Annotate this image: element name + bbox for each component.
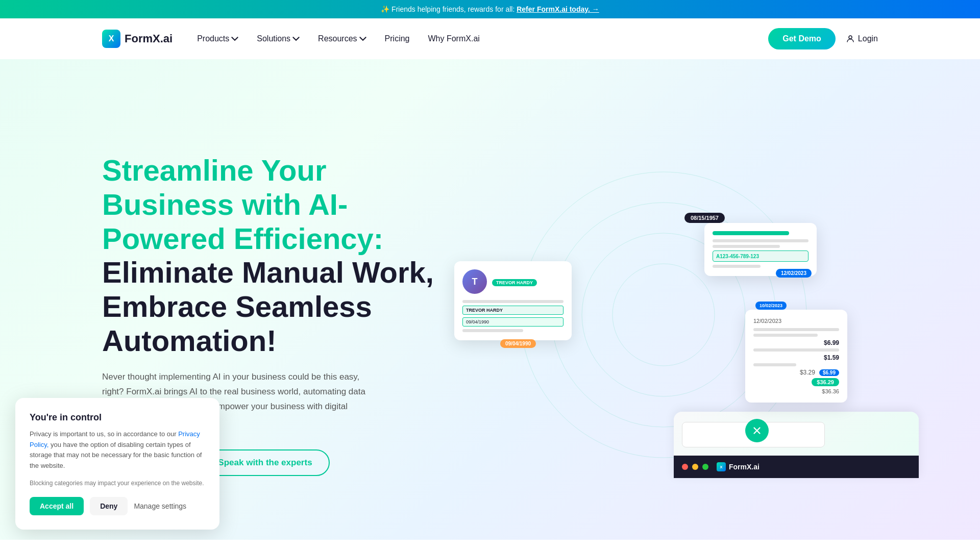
price-row-3: $3.29 $6.99 <box>753 369 839 376</box>
svg-point-1 <box>612 264 715 366</box>
form-line-3 <box>713 245 780 248</box>
receipt-card: 10/02/2023 12/02/2023 $6.99 $1.59 $3.29 … <box>745 310 847 403</box>
svg-point-0 <box>849 36 852 39</box>
navbar-right: Get Demo Login <box>768 28 878 49</box>
form-line-2 <box>713 239 808 242</box>
dot-yellow <box>692 464 698 470</box>
nav-solutions[interactable]: Solutions <box>257 34 300 43</box>
cookie-note: Blocking categories may impact your expe… <box>30 480 205 487</box>
logo-text: FormX.ai <box>125 32 173 45</box>
person-card: T TREVOR HARDY TREVOR HARDY 09/04/1990 <box>454 261 572 340</box>
receipt-date-label: 12/02/2023 <box>753 318 839 324</box>
bottom-panel: X FormX.ai <box>674 412 919 478</box>
price-badge-blue: $6.99 <box>819 369 839 376</box>
person-line-2 <box>462 329 523 332</box>
hero-section: Streamline Your Business with AI-Powered… <box>0 59 980 540</box>
hero-title-dark: Eliminate Manual Work, Embrace Seamless … <box>102 256 434 357</box>
top-banner: ✨ Friends helping friends, rewards for a… <box>0 0 980 18</box>
form-line-1 <box>713 231 789 235</box>
form-card: A123-456-789-123 <box>704 223 817 276</box>
person-name-field: TREVOR HARDY <box>462 306 564 315</box>
banner-icon: ✨ <box>381 5 389 13</box>
mini-logo-icon: X <box>717 462 726 471</box>
r-line-4 <box>753 363 796 366</box>
hero-illustration: 08/15/1957 A123-456-789-123 12/02/2023 T… <box>449 182 878 447</box>
price-row-2: $1.59 <box>753 354 839 361</box>
date-badge-2: 12/02/2023 <box>776 269 812 278</box>
formx-mini-logo: X FormX.ai <box>717 462 760 471</box>
dot-green <box>702 464 708 470</box>
deny-button[interactable]: Deny <box>90 497 128 515</box>
r-line-1 <box>753 328 839 331</box>
cookie-banner: You're in control Privacy is important t… <box>15 398 219 530</box>
nav-resources[interactable]: Resources <box>318 34 366 43</box>
login-button[interactable]: Login <box>846 34 878 43</box>
accept-all-button[interactable]: Accept all <box>30 497 84 515</box>
id-highlight-box: A123-456-789-123 <box>713 251 808 262</box>
x-icon <box>751 425 763 436</box>
price-row-4: $36.29 <box>753 378 839 386</box>
user-icon <box>846 34 855 43</box>
cookie-body: Privacy is important to us, so in accord… <box>30 429 205 471</box>
get-demo-button[interactable]: Get Demo <box>768 28 836 49</box>
banner-text: Friends helping friends, rewards for all… <box>391 5 517 13</box>
person-line-1 <box>462 300 564 303</box>
nav-why[interactable]: Why FormX.ai <box>428 34 480 43</box>
price-row-5: $36.36 <box>753 388 839 394</box>
r-line-2 <box>753 334 818 337</box>
chevron-down-icon <box>359 35 366 42</box>
nav-links: Products Solutions Resources Pricing Why… <box>197 34 480 43</box>
formx-mini-bar: X FormX.ai <box>674 456 919 478</box>
person-date-field: 09/04/1990 <box>462 317 564 327</box>
date-badge-orange: 09/04/1990 <box>500 339 536 348</box>
dot-red <box>682 464 688 470</box>
price-row-1: $6.99 <box>753 339 839 346</box>
navbar: X FormX.ai Products Solutions Resources … <box>0 18 980 59</box>
logo-icon: X <box>102 30 120 48</box>
manage-settings-button[interactable]: Manage settings <box>134 502 186 510</box>
hero-title-green: Streamline Your Business with AI-Powered… <box>102 154 383 255</box>
chevron-down-icon <box>231 35 238 42</box>
panel-content <box>674 412 919 456</box>
logo[interactable]: X FormX.ai <box>102 30 173 48</box>
cookie-buttons: Accept all Deny Manage settings <box>30 497 205 515</box>
receipt-date-badge: 10/02/2023 <box>755 302 787 310</box>
date-badge-1: 08/15/1957 <box>684 213 725 223</box>
person-avatar: T <box>462 269 487 294</box>
navbar-left: X FormX.ai Products Solutions Resources … <box>102 30 480 48</box>
hero-title: Streamline Your Business with AI-Powered… <box>102 154 449 358</box>
r-line-3 <box>753 348 839 352</box>
nav-pricing[interactable]: Pricing <box>385 34 410 43</box>
form-line-4 <box>713 265 761 268</box>
speak-experts-button[interactable]: Speak with the experts <box>201 449 329 476</box>
price-badge-green: $36.29 <box>812 378 839 386</box>
banner-cta[interactable]: Refer FormX.ai today. → <box>517 5 599 13</box>
person-name-badge: TREVOR HARDY <box>492 279 537 286</box>
nav-products[interactable]: Products <box>197 34 238 43</box>
cookie-title: You're in control <box>30 412 205 423</box>
chat-bubble <box>745 419 769 442</box>
chevron-down-icon <box>292 35 300 42</box>
